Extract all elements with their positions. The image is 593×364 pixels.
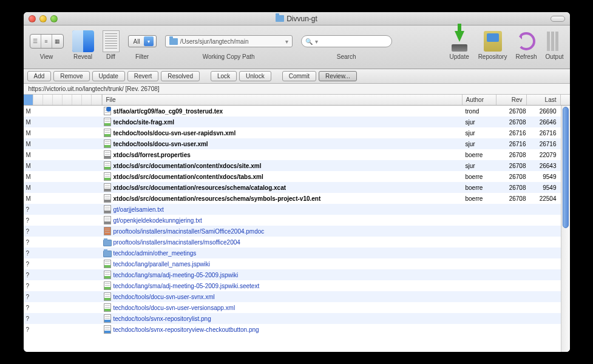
- last-cell: 26716: [530, 141, 560, 147]
- author-cell: boerre: [466, 174, 500, 180]
- file-type-icon: [103, 325, 112, 334]
- table-row[interactable]: ?techdoc/lang/sma/adj-meeting-05-2009.js…: [24, 269, 570, 280]
- location-bar: https://victorio.uit.no/langtech/trunk/ …: [24, 84, 570, 95]
- table-row[interactable]: ?techdoc/tools/svnx-repositorylist.png: [24, 313, 570, 324]
- refresh-button[interactable]: Refresh: [515, 29, 537, 60]
- table-row[interactable]: ?prooftools/installers/macinstaller/Sami…: [24, 226, 570, 237]
- table-row[interactable]: ?techdoc/lang/parallel_names.jspwiki: [24, 258, 570, 269]
- lock-button[interactable]: Lock: [211, 71, 237, 81]
- table-header: File Author Rev Last: [24, 95, 570, 106]
- update-action-button[interactable]: Update: [92, 71, 125, 81]
- status-flag: ?: [24, 305, 32, 311]
- status-flag: M: [24, 141, 32, 147]
- status-flag: ?: [24, 250, 32, 257]
- table-row[interactable]: ?techdoc/tools/docu-svn-user-versionsapp…: [24, 302, 570, 313]
- table-row[interactable]: ?prooftools/installers/macinstallers/mso…: [24, 237, 570, 248]
- table-row[interactable]: ?techdoc/tools/docu-svn-user-svnx.xml: [24, 291, 570, 302]
- file-path: techdoc/tools/docu-svn-user-svnx.xml: [112, 294, 466, 300]
- column-file[interactable]: File: [103, 95, 463, 105]
- add-button[interactable]: Add: [27, 71, 52, 81]
- scroll-thumb[interactable]: [563, 107, 569, 228]
- column-rev[interactable]: Rev: [496, 95, 527, 105]
- download-arrow-icon: [449, 31, 470, 52]
- file-type-icon: [103, 216, 112, 224]
- minimize-icon[interactable]: [39, 15, 47, 22]
- resolved-button[interactable]: Resolved: [161, 71, 200, 81]
- table-row[interactable]: Mxtdoc/sd/src/documentation/resources/sc…: [24, 182, 570, 193]
- repository-icon: [484, 31, 502, 52]
- table-row[interactable]: ?techdoc/lang/sma/adj-meeting-05-2009.js…: [24, 280, 570, 291]
- toolbar-toggle-icon[interactable]: [551, 16, 565, 22]
- status-columns[interactable]: [24, 95, 103, 105]
- column-author[interactable]: Author: [463, 95, 496, 105]
- status-flag: M: [24, 130, 32, 136]
- reveal-label: Reveal: [73, 53, 92, 60]
- output-button[interactable]: Output: [545, 29, 563, 60]
- file-type-icon: [103, 303, 112, 312]
- status-flag: M: [24, 152, 32, 158]
- filter-dropdown[interactable]: All▾: [128, 35, 157, 47]
- status-flag: ?: [24, 206, 32, 213]
- file-path: techdoc/admin/other_meetings: [112, 250, 466, 257]
- last-cell: 22079: [530, 152, 560, 158]
- zoom-icon[interactable]: [50, 15, 58, 22]
- repository-button[interactable]: Repository: [478, 29, 507, 60]
- table-row[interactable]: Mxtdoc/sd/src/documentation/resources/sc…: [24, 193, 570, 204]
- file-type-icon: [103, 129, 112, 137]
- file-type-icon: [103, 107, 112, 115]
- view-group: ☰≡▦ View: [30, 29, 64, 60]
- chevron-down-icon: ▾: [315, 38, 318, 45]
- titlebar[interactable]: Divvun-gt: [24, 12, 570, 25]
- filter-group: All▾ Filter: [128, 29, 157, 60]
- search-input[interactable]: 🔍▾: [301, 35, 392, 47]
- status-flag: ?: [24, 272, 32, 278]
- review-button[interactable]: Review...: [319, 71, 357, 81]
- file-type-icon: [103, 227, 112, 235]
- app-window: Divvun-gt ☰≡▦ View Reveal Diff All▾ Filt…: [24, 12, 570, 352]
- chevron-updown-icon: ▾: [144, 36, 154, 46]
- unlock-button[interactable]: Unlock: [239, 71, 271, 81]
- table-row[interactable]: ?gt/openkjeldekodekunngjering.txt: [24, 215, 570, 226]
- diff-button[interactable]: Diff: [103, 29, 120, 60]
- status-flag: ?: [24, 261, 32, 268]
- file-type-icon: [103, 140, 112, 148]
- scrollbar-vertical[interactable]: [561, 106, 570, 352]
- update-button[interactable]: Update: [449, 29, 470, 60]
- table-row[interactable]: Mxtdoc/sd/src/documentation/content/xdoc…: [24, 160, 570, 171]
- view-mode-segmented[interactable]: ☰≡▦: [30, 34, 64, 49]
- table-row[interactable]: Mxtdoc/sd/src/documentation/content/xdoc…: [24, 171, 570, 182]
- file-type-icon: [103, 249, 112, 257]
- last-cell: 26716: [530, 130, 560, 136]
- file-type-icon: [103, 205, 112, 214]
- table-row[interactable]: Mtechdoc/site-frag.xmlsjur2670826646: [24, 116, 570, 127]
- status-flag: ?: [24, 239, 32, 246]
- table-row[interactable]: Mxtdoc/sd/forrest.propertiesboerre267082…: [24, 149, 570, 160]
- file-path: techdoc/site-frag.xml: [112, 119, 466, 126]
- file-path: xtdoc/sd/src/documentation/resources/sch…: [112, 184, 466, 191]
- table-row[interactable]: ?techdoc/tools/svnx-repositoryview-check…: [24, 324, 570, 335]
- revert-button[interactable]: Revert: [127, 71, 158, 81]
- table-row[interactable]: ?gt/oarjjelsamien.txt: [24, 204, 570, 215]
- table-row[interactable]: ?techdoc/admin/other_meetings: [24, 248, 570, 258]
- column-last[interactable]: Last: [527, 95, 561, 105]
- remove-button[interactable]: Remove: [53, 71, 89, 81]
- reveal-button[interactable]: Reveal: [72, 29, 94, 60]
- search-label: Search: [337, 53, 356, 60]
- close-icon[interactable]: [29, 15, 36, 22]
- commit-button[interactable]: Commit: [282, 71, 316, 81]
- table-row[interactable]: Mst/fao/art/cg09/fao_cg09_trosterud.text…: [24, 106, 570, 116]
- table-row[interactable]: Mtechdoc/tools/docu-svn-user-rapidsvn.xm…: [24, 127, 570, 138]
- rev-cell: 26716: [500, 130, 530, 136]
- file-path: techdoc/tools/docu-svn-user.xml: [112, 141, 466, 147]
- update-label: Update: [450, 53, 469, 60]
- table-row[interactable]: Mtechdoc/tools/docu-svn-user.xmlsjur2671…: [24, 138, 570, 149]
- rev-cell: 26708: [500, 119, 530, 126]
- file-list: Mst/fao/art/cg09/fao_cg09_trosterud.text…: [24, 106, 570, 352]
- file-path: xtdoc/sd/src/documentation/content/xdocs…: [112, 163, 466, 169]
- author-cell: sjur: [466, 163, 500, 169]
- rev-cell: 26708: [500, 163, 530, 169]
- last-cell: 26643: [530, 163, 560, 169]
- file-path: techdoc/lang/parallel_names.jspwiki: [112, 261, 466, 268]
- working-copy-path-field[interactable]: /Users/sjur/langtech/main▾: [165, 35, 293, 47]
- wcpath-label: Working Copy Path: [203, 53, 255, 60]
